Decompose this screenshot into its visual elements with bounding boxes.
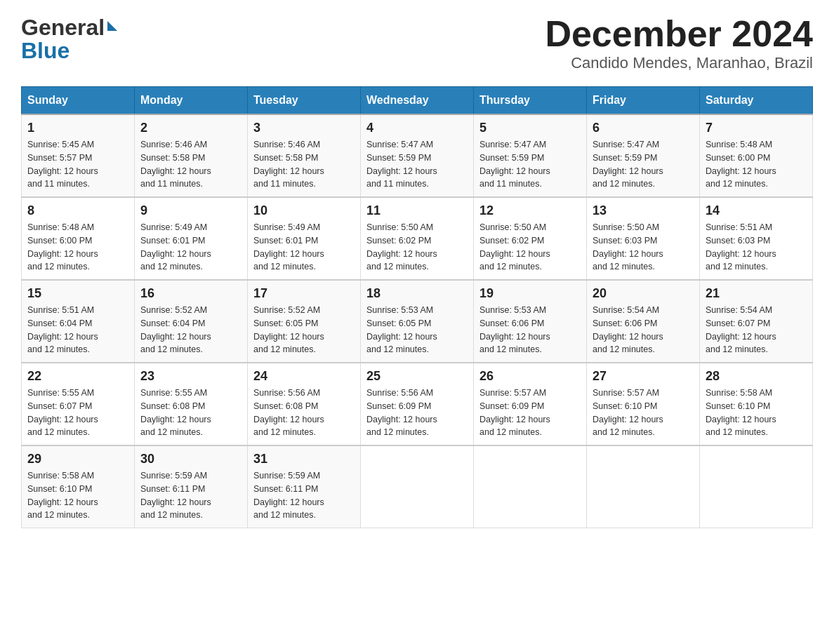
calendar-cell: 5 Sunrise: 5:47 AMSunset: 5:59 PMDayligh… — [474, 114, 587, 197]
day-info: Sunrise: 5:58 AMSunset: 6:10 PMDaylight:… — [706, 388, 776, 437]
header-tuesday: Tuesday — [248, 87, 361, 115]
day-number: 30 — [140, 452, 241, 467]
day-info: Sunrise: 5:45 AMSunset: 5:57 PMDaylight:… — [27, 140, 98, 189]
calendar-cell — [587, 445, 700, 528]
calendar-cell: 11 Sunrise: 5:50 AMSunset: 6:02 PMDaylig… — [361, 197, 474, 280]
calendar-table: Sunday Monday Tuesday Wednesday Thursday… — [21, 86, 813, 528]
day-info: Sunrise: 5:47 AMSunset: 5:59 PMDaylight:… — [479, 140, 550, 189]
day-info: Sunrise: 5:50 AMSunset: 6:02 PMDaylight:… — [479, 222, 550, 271]
calendar-cell: 21 Sunrise: 5:54 AMSunset: 6:07 PMDaylig… — [700, 280, 813, 363]
day-number: 12 — [479, 203, 581, 218]
day-number: 17 — [253, 286, 355, 301]
week-row-4: 22 Sunrise: 5:55 AMSunset: 6:07 PMDaylig… — [22, 363, 813, 445]
day-number: 4 — [366, 121, 468, 135]
calendar-cell: 23 Sunrise: 5:55 AMSunset: 6:08 PMDaylig… — [135, 363, 248, 445]
calendar-cell: 28 Sunrise: 5:58 AMSunset: 6:10 PMDaylig… — [700, 363, 813, 445]
day-info: Sunrise: 5:51 AMSunset: 6:04 PMDaylight:… — [27, 305, 98, 354]
calendar-cell: 24 Sunrise: 5:56 AMSunset: 6:08 PMDaylig… — [248, 363, 361, 445]
day-info: Sunrise: 5:49 AMSunset: 6:01 PMDaylight:… — [140, 222, 211, 271]
calendar-cell: 2 Sunrise: 5:46 AMSunset: 5:58 PMDayligh… — [135, 114, 248, 197]
calendar-cell: 1 Sunrise: 5:45 AMSunset: 5:57 PMDayligh… — [22, 114, 135, 197]
day-info: Sunrise: 5:56 AMSunset: 6:09 PMDaylight:… — [366, 388, 437, 437]
calendar-cell: 19 Sunrise: 5:53 AMSunset: 6:06 PMDaylig… — [474, 280, 587, 363]
day-number: 16 — [140, 286, 241, 301]
day-info: Sunrise: 5:58 AMSunset: 6:10 PMDaylight:… — [27, 471, 98, 520]
week-row-2: 8 Sunrise: 5:48 AMSunset: 6:00 PMDayligh… — [22, 197, 813, 280]
day-number: 22 — [27, 369, 128, 384]
day-number: 27 — [593, 369, 694, 384]
day-number: 28 — [706, 369, 807, 384]
calendar-cell: 18 Sunrise: 5:53 AMSunset: 6:05 PMDaylig… — [361, 280, 474, 363]
day-info: Sunrise: 5:53 AMSunset: 6:06 PMDaylight:… — [479, 305, 550, 354]
calendar-cell: 10 Sunrise: 5:49 AMSunset: 6:01 PMDaylig… — [248, 197, 361, 280]
day-info: Sunrise: 5:51 AMSunset: 6:03 PMDaylight:… — [706, 222, 776, 271]
logo-general-text: General — [21, 14, 105, 41]
day-info: Sunrise: 5:52 AMSunset: 6:04 PMDaylight:… — [140, 305, 211, 354]
calendar-cell: 14 Sunrise: 5:51 AMSunset: 6:03 PMDaylig… — [700, 197, 813, 280]
header-wednesday: Wednesday — [361, 87, 474, 115]
day-number: 24 — [253, 369, 355, 384]
day-number: 7 — [706, 121, 807, 135]
day-info: Sunrise: 5:55 AMSunset: 6:07 PMDaylight:… — [27, 388, 98, 437]
calendar-cell: 30 Sunrise: 5:59 AMSunset: 6:11 PMDaylig… — [135, 445, 248, 528]
day-info: Sunrise: 5:50 AMSunset: 6:03 PMDaylight:… — [593, 222, 663, 271]
calendar-cell: 4 Sunrise: 5:47 AMSunset: 5:59 PMDayligh… — [361, 114, 474, 197]
day-number: 2 — [140, 121, 241, 135]
calendar-cell: 22 Sunrise: 5:55 AMSunset: 6:07 PMDaylig… — [22, 363, 135, 445]
calendar-cell: 8 Sunrise: 5:48 AMSunset: 6:00 PMDayligh… — [22, 197, 135, 280]
page-header: General Blue December 2024 Candido Mende… — [21, 14, 813, 72]
calendar-cell: 17 Sunrise: 5:52 AMSunset: 6:05 PMDaylig… — [248, 280, 361, 363]
calendar-cell — [700, 445, 813, 528]
day-number: 26 — [479, 369, 581, 384]
day-info: Sunrise: 5:47 AMSunset: 5:59 PMDaylight:… — [366, 140, 437, 189]
calendar-cell: 9 Sunrise: 5:49 AMSunset: 6:01 PMDayligh… — [135, 197, 248, 280]
month-year-title: December 2024 — [545, 14, 813, 54]
day-number: 13 — [593, 203, 694, 218]
day-info: Sunrise: 5:59 AMSunset: 6:11 PMDaylight:… — [140, 471, 211, 520]
week-row-1: 1 Sunrise: 5:45 AMSunset: 5:57 PMDayligh… — [22, 114, 813, 197]
day-number: 29 — [27, 452, 128, 467]
day-info: Sunrise: 5:56 AMSunset: 6:08 PMDaylight:… — [253, 388, 324, 437]
calendar-cell: 29 Sunrise: 5:58 AMSunset: 6:10 PMDaylig… — [22, 445, 135, 528]
day-number: 9 — [140, 203, 241, 218]
logo: General Blue — [21, 14, 117, 61]
day-number: 21 — [706, 286, 807, 301]
header-monday: Monday — [135, 87, 248, 115]
day-info: Sunrise: 5:47 AMSunset: 5:59 PMDaylight:… — [593, 140, 663, 189]
day-number: 11 — [366, 203, 468, 218]
day-info: Sunrise: 5:57 AMSunset: 6:10 PMDaylight:… — [593, 388, 663, 437]
week-row-3: 15 Sunrise: 5:51 AMSunset: 6:04 PMDaylig… — [22, 280, 813, 363]
day-info: Sunrise: 5:50 AMSunset: 6:02 PMDaylight:… — [366, 222, 437, 271]
day-info: Sunrise: 5:59 AMSunset: 6:11 PMDaylight:… — [253, 471, 324, 520]
day-number: 18 — [366, 286, 468, 301]
day-info: Sunrise: 5:53 AMSunset: 6:05 PMDaylight:… — [366, 305, 437, 354]
header-saturday: Saturday — [700, 87, 813, 115]
calendar-cell: 26 Sunrise: 5:57 AMSunset: 6:09 PMDaylig… — [474, 363, 587, 445]
header-thursday: Thursday — [474, 87, 587, 115]
calendar-header-row: Sunday Monday Tuesday Wednesday Thursday… — [22, 87, 813, 115]
day-info: Sunrise: 5:55 AMSunset: 6:08 PMDaylight:… — [140, 388, 211, 437]
day-info: Sunrise: 5:48 AMSunset: 6:00 PMDaylight:… — [27, 222, 98, 271]
location-subtitle: Candido Mendes, Maranhao, Brazil — [545, 54, 813, 72]
day-info: Sunrise: 5:48 AMSunset: 6:00 PMDaylight:… — [706, 140, 776, 189]
day-number: 31 — [253, 452, 355, 467]
calendar-cell: 6 Sunrise: 5:47 AMSunset: 5:59 PMDayligh… — [587, 114, 700, 197]
day-number: 15 — [27, 286, 128, 301]
calendar-cell — [474, 445, 587, 528]
day-info: Sunrise: 5:46 AMSunset: 5:58 PMDaylight:… — [253, 140, 324, 189]
day-number: 14 — [706, 203, 807, 218]
day-number: 25 — [366, 369, 468, 384]
calendar-cell: 25 Sunrise: 5:56 AMSunset: 6:09 PMDaylig… — [361, 363, 474, 445]
day-number: 23 — [140, 369, 241, 384]
calendar-cell: 12 Sunrise: 5:50 AMSunset: 6:02 PMDaylig… — [474, 197, 587, 280]
day-info: Sunrise: 5:49 AMSunset: 6:01 PMDaylight:… — [253, 222, 324, 271]
day-number: 8 — [27, 203, 128, 218]
calendar-cell: 15 Sunrise: 5:51 AMSunset: 6:04 PMDaylig… — [22, 280, 135, 363]
day-info: Sunrise: 5:54 AMSunset: 6:06 PMDaylight:… — [593, 305, 663, 354]
header-friday: Friday — [587, 87, 700, 115]
calendar-cell: 13 Sunrise: 5:50 AMSunset: 6:03 PMDaylig… — [587, 197, 700, 280]
calendar-cell: 27 Sunrise: 5:57 AMSunset: 6:10 PMDaylig… — [587, 363, 700, 445]
day-info: Sunrise: 5:52 AMSunset: 6:05 PMDaylight:… — [253, 305, 324, 354]
day-number: 1 — [27, 121, 128, 135]
logo-blue-text: Blue — [21, 41, 117, 61]
